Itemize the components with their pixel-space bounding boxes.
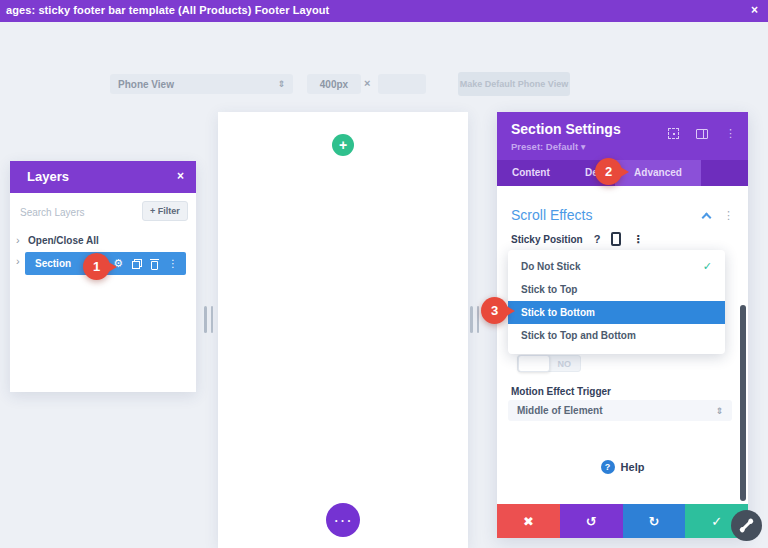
help-icon: ?: [601, 460, 615, 474]
filter-button[interactable]: + Filter: [142, 201, 188, 221]
dropdown-item-stick-to-top[interactable]: Stick to Top: [508, 278, 725, 301]
top-bar: ages: sticky footer bar template (All Pr…: [0, 0, 768, 22]
scroll-effects-heading[interactable]: Scroll Effects: [511, 207, 592, 223]
help-question-icon[interactable]: ?: [594, 233, 601, 245]
viewport-height-input[interactable]: [378, 79, 426, 90]
viewport-height-field: [378, 74, 426, 94]
multiply-icon: ×: [364, 77, 370, 89]
duplicate-icon[interactable]: [132, 259, 141, 268]
expand-icon[interactable]: [668, 128, 679, 139]
view-mode-select[interactable]: Phone View ⇕: [110, 74, 293, 94]
help-link[interactable]: ? Help: [497, 460, 748, 474]
kebab-menu-icon[interactable]: ⋮: [632, 233, 643, 246]
tab-content[interactable]: Content: [512, 160, 550, 186]
resize-handle-right[interactable]: [470, 306, 479, 333]
kebab-menu-icon[interactable]: ⋮: [168, 259, 178, 269]
redo-icon: ↻: [648, 514, 659, 529]
chevron-up-icon[interactable]: [702, 212, 712, 222]
undo-icon: ↺: [586, 514, 597, 529]
header-actions: ⋮: [668, 127, 736, 140]
sticky-position-row: Sticky Position ? ⋮: [511, 232, 643, 246]
layers-header[interactable]: Layers ×: [10, 161, 196, 193]
cross-icon: ✖: [523, 514, 534, 529]
scrollbar-thumb[interactable]: [740, 305, 746, 501]
check-icon: ✓: [711, 514, 722, 529]
close-icon[interactable]: ×: [177, 169, 184, 183]
toggle-state-label: NO: [558, 359, 572, 369]
toggle-knob[interactable]: [518, 355, 550, 372]
motion-trigger-value: Middle of Element: [517, 405, 603, 416]
undo-button[interactable]: ↺: [560, 504, 623, 538]
builder-window: ages: sticky footer bar template (All Pr…: [0, 0, 768, 548]
help-label: Help: [621, 461, 645, 473]
dropdown-item-stick-to-bottom[interactable]: Stick to Bottom: [508, 301, 725, 324]
diagonal-resize-icon: [741, 520, 752, 531]
layers-title: Layers: [27, 169, 69, 184]
search-input[interactable]: [20, 202, 132, 222]
make-default-button[interactable]: Make Default Phone View: [458, 72, 570, 96]
plus-icon: +: [339, 137, 347, 153]
sticky-position-dropdown: Do Not Stick ✓ Stick to Top Stick to Bot…: [508, 250, 725, 354]
motion-effect-trigger-label: Motion Effect Trigger: [511, 386, 611, 397]
dropdown-item-do-not-stick[interactable]: Do Not Stick ✓: [508, 255, 725, 278]
split-view-icon[interactable]: [696, 129, 708, 139]
trash-icon[interactable]: [150, 259, 159, 269]
settings-header: Section Settings Preset: Default ▾ ⋮: [497, 112, 748, 160]
close-icon[interactable]: ×: [751, 3, 758, 17]
preset-selector[interactable]: Preset: Default ▾: [511, 141, 585, 152]
ellipsis-icon: • • •: [335, 517, 351, 524]
discard-button[interactable]: ✖: [497, 504, 560, 538]
step-badge-3: 3: [481, 297, 508, 324]
chevron-right-icon[interactable]: ›: [16, 234, 20, 246]
viewport-width-field: [307, 74, 361, 94]
redo-button[interactable]: ↻: [623, 504, 686, 538]
add-section-button[interactable]: +: [332, 134, 354, 156]
scroll-effects-actions: ⋮: [703, 210, 734, 221]
page-title: ages: sticky footer bar template (All Pr…: [6, 4, 329, 16]
kebab-menu-icon[interactable]: ⋮: [725, 127, 736, 140]
page-settings-button[interactable]: • • •: [326, 503, 360, 537]
kebab-menu-icon[interactable]: ⋮: [723, 210, 734, 221]
resize-handle-left[interactable]: [204, 306, 213, 333]
select-arrows-icon: ⇕: [277, 79, 285, 89]
motion-effect-trigger-select[interactable]: Middle of Element ⇕: [508, 400, 732, 421]
view-mode-value: Phone View: [118, 79, 174, 90]
step-badge-2: 2: [595, 158, 622, 185]
step-badge-1: 1: [83, 253, 110, 280]
phone-preview-canvas: [218, 112, 468, 548]
open-close-all[interactable]: Open/Close All: [28, 235, 99, 246]
viewport-width-input[interactable]: [307, 79, 361, 90]
layer-row-actions: ⚙ ⋮: [113, 258, 178, 269]
dropdown-item-stick-to-top-and-bottom[interactable]: Stick to Top and Bottom: [508, 324, 725, 347]
panel-drag-handle[interactable]: [731, 510, 762, 541]
phone-responsive-icon[interactable]: [611, 232, 621, 246]
sticky-position-label: Sticky Position: [511, 234, 583, 245]
chevron-right-icon[interactable]: ›: [16, 255, 20, 267]
settings-title: Section Settings: [511, 121, 621, 137]
select-arrows-icon: ⇕: [715, 406, 723, 416]
check-icon: ✓: [703, 255, 712, 278]
option-toggle[interactable]: NO: [517, 355, 581, 372]
settings-footer: ✖ ↺ ↻ ✓: [497, 504, 748, 538]
